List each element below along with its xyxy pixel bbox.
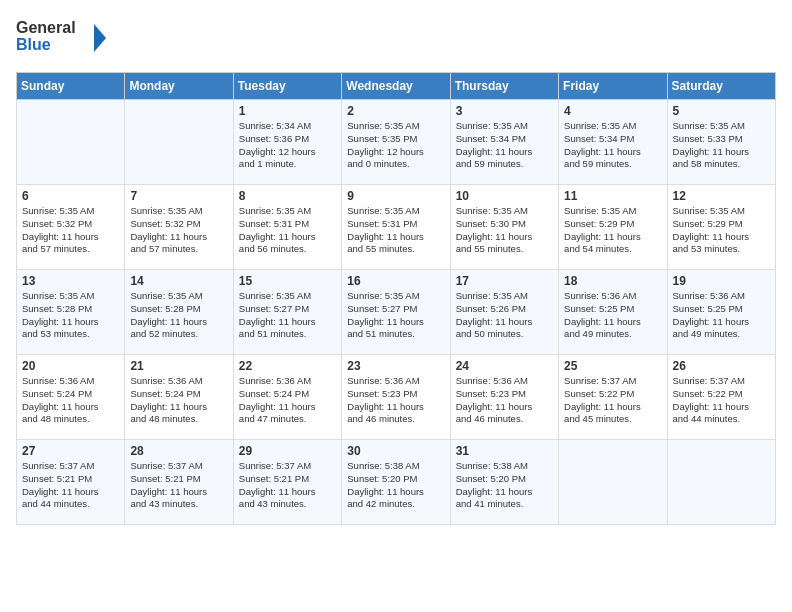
day-number: 14 — [130, 274, 227, 288]
day-number: 18 — [564, 274, 661, 288]
calendar-cell: 21Sunrise: 5:36 AM Sunset: 5:24 PM Dayli… — [125, 355, 233, 440]
cell-content: Sunrise: 5:37 AM Sunset: 5:22 PM Dayligh… — [564, 375, 661, 426]
day-number: 16 — [347, 274, 444, 288]
calendar-cell: 29Sunrise: 5:37 AM Sunset: 5:21 PM Dayli… — [233, 440, 341, 525]
cell-content: Sunrise: 5:35 AM Sunset: 5:34 PM Dayligh… — [564, 120, 661, 171]
day-number: 3 — [456, 104, 553, 118]
cell-content: Sunrise: 5:36 AM Sunset: 5:24 PM Dayligh… — [22, 375, 119, 426]
cell-content: Sunrise: 5:36 AM Sunset: 5:23 PM Dayligh… — [456, 375, 553, 426]
svg-text:Blue: Blue — [16, 36, 51, 53]
logo-svg: GeneralBlue — [16, 16, 126, 60]
day-number: 9 — [347, 189, 444, 203]
cell-content: Sunrise: 5:35 AM Sunset: 5:27 PM Dayligh… — [239, 290, 336, 341]
calendar-cell: 4Sunrise: 5:35 AM Sunset: 5:34 PM Daylig… — [559, 100, 667, 185]
calendar-cell: 8Sunrise: 5:35 AM Sunset: 5:31 PM Daylig… — [233, 185, 341, 270]
cell-content: Sunrise: 5:34 AM Sunset: 5:36 PM Dayligh… — [239, 120, 336, 171]
day-number: 7 — [130, 189, 227, 203]
cell-content: Sunrise: 5:35 AM Sunset: 5:27 PM Dayligh… — [347, 290, 444, 341]
cell-content: Sunrise: 5:35 AM Sunset: 5:30 PM Dayligh… — [456, 205, 553, 256]
calendar-cell — [17, 100, 125, 185]
calendar-cell: 16Sunrise: 5:35 AM Sunset: 5:27 PM Dayli… — [342, 270, 450, 355]
calendar-cell — [667, 440, 775, 525]
day-number: 13 — [22, 274, 119, 288]
calendar-cell: 23Sunrise: 5:36 AM Sunset: 5:23 PM Dayli… — [342, 355, 450, 440]
day-number: 31 — [456, 444, 553, 458]
calendar-cell — [125, 100, 233, 185]
col-header-sunday: Sunday — [17, 73, 125, 100]
cell-content: Sunrise: 5:35 AM Sunset: 5:33 PM Dayligh… — [673, 120, 770, 171]
cell-content: Sunrise: 5:37 AM Sunset: 5:21 PM Dayligh… — [22, 460, 119, 511]
calendar-cell: 27Sunrise: 5:37 AM Sunset: 5:21 PM Dayli… — [17, 440, 125, 525]
day-number: 20 — [22, 359, 119, 373]
col-header-friday: Friday — [559, 73, 667, 100]
calendar-cell: 3Sunrise: 5:35 AM Sunset: 5:34 PM Daylig… — [450, 100, 558, 185]
calendar-cell: 2Sunrise: 5:35 AM Sunset: 5:35 PM Daylig… — [342, 100, 450, 185]
calendar-cell: 24Sunrise: 5:36 AM Sunset: 5:23 PM Dayli… — [450, 355, 558, 440]
calendar-cell: 15Sunrise: 5:35 AM Sunset: 5:27 PM Dayli… — [233, 270, 341, 355]
cell-content: Sunrise: 5:35 AM Sunset: 5:34 PM Dayligh… — [456, 120, 553, 171]
day-number: 10 — [456, 189, 553, 203]
logo: GeneralBlue — [16, 16, 126, 60]
cell-content: Sunrise: 5:35 AM Sunset: 5:28 PM Dayligh… — [22, 290, 119, 341]
cell-content: Sunrise: 5:37 AM Sunset: 5:21 PM Dayligh… — [239, 460, 336, 511]
calendar-cell: 14Sunrise: 5:35 AM Sunset: 5:28 PM Dayli… — [125, 270, 233, 355]
day-number: 27 — [22, 444, 119, 458]
day-number: 28 — [130, 444, 227, 458]
day-number: 12 — [673, 189, 770, 203]
cell-content: Sunrise: 5:36 AM Sunset: 5:24 PM Dayligh… — [130, 375, 227, 426]
day-number: 29 — [239, 444, 336, 458]
calendar-cell — [559, 440, 667, 525]
day-number: 19 — [673, 274, 770, 288]
col-header-monday: Monday — [125, 73, 233, 100]
svg-marker-2 — [94, 24, 106, 52]
day-number: 1 — [239, 104, 336, 118]
cell-content: Sunrise: 5:35 AM Sunset: 5:35 PM Dayligh… — [347, 120, 444, 171]
calendar-cell: 30Sunrise: 5:38 AM Sunset: 5:20 PM Dayli… — [342, 440, 450, 525]
cell-content: Sunrise: 5:36 AM Sunset: 5:23 PM Dayligh… — [347, 375, 444, 426]
cell-content: Sunrise: 5:35 AM Sunset: 5:31 PM Dayligh… — [239, 205, 336, 256]
cell-content: Sunrise: 5:35 AM Sunset: 5:26 PM Dayligh… — [456, 290, 553, 341]
calendar-cell: 5Sunrise: 5:35 AM Sunset: 5:33 PM Daylig… — [667, 100, 775, 185]
calendar-cell: 6Sunrise: 5:35 AM Sunset: 5:32 PM Daylig… — [17, 185, 125, 270]
day-number: 30 — [347, 444, 444, 458]
calendar-cell: 13Sunrise: 5:35 AM Sunset: 5:28 PM Dayli… — [17, 270, 125, 355]
cell-content: Sunrise: 5:35 AM Sunset: 5:32 PM Dayligh… — [130, 205, 227, 256]
day-number: 8 — [239, 189, 336, 203]
cell-content: Sunrise: 5:38 AM Sunset: 5:20 PM Dayligh… — [347, 460, 444, 511]
calendar-cell: 12Sunrise: 5:35 AM Sunset: 5:29 PM Dayli… — [667, 185, 775, 270]
calendar-cell: 18Sunrise: 5:36 AM Sunset: 5:25 PM Dayli… — [559, 270, 667, 355]
day-number: 22 — [239, 359, 336, 373]
day-number: 5 — [673, 104, 770, 118]
day-number: 15 — [239, 274, 336, 288]
day-number: 26 — [673, 359, 770, 373]
col-header-thursday: Thursday — [450, 73, 558, 100]
cell-content: Sunrise: 5:35 AM Sunset: 5:28 PM Dayligh… — [130, 290, 227, 341]
cell-content: Sunrise: 5:36 AM Sunset: 5:25 PM Dayligh… — [673, 290, 770, 341]
cell-content: Sunrise: 5:36 AM Sunset: 5:24 PM Dayligh… — [239, 375, 336, 426]
col-header-saturday: Saturday — [667, 73, 775, 100]
cell-content: Sunrise: 5:35 AM Sunset: 5:32 PM Dayligh… — [22, 205, 119, 256]
col-header-wednesday: Wednesday — [342, 73, 450, 100]
cell-content: Sunrise: 5:35 AM Sunset: 5:29 PM Dayligh… — [673, 205, 770, 256]
day-number: 6 — [22, 189, 119, 203]
calendar-cell: 17Sunrise: 5:35 AM Sunset: 5:26 PM Dayli… — [450, 270, 558, 355]
calendar-cell: 11Sunrise: 5:35 AM Sunset: 5:29 PM Dayli… — [559, 185, 667, 270]
page-header: GeneralBlue — [16, 16, 776, 60]
calendar-cell: 7Sunrise: 5:35 AM Sunset: 5:32 PM Daylig… — [125, 185, 233, 270]
calendar-cell: 26Sunrise: 5:37 AM Sunset: 5:22 PM Dayli… — [667, 355, 775, 440]
cell-content: Sunrise: 5:37 AM Sunset: 5:22 PM Dayligh… — [673, 375, 770, 426]
calendar-cell: 1Sunrise: 5:34 AM Sunset: 5:36 PM Daylig… — [233, 100, 341, 185]
calendar-cell: 25Sunrise: 5:37 AM Sunset: 5:22 PM Dayli… — [559, 355, 667, 440]
calendar-table: SundayMondayTuesdayWednesdayThursdayFrid… — [16, 72, 776, 525]
calendar-cell: 10Sunrise: 5:35 AM Sunset: 5:30 PM Dayli… — [450, 185, 558, 270]
day-number: 17 — [456, 274, 553, 288]
day-number: 23 — [347, 359, 444, 373]
col-header-tuesday: Tuesday — [233, 73, 341, 100]
calendar-cell: 19Sunrise: 5:36 AM Sunset: 5:25 PM Dayli… — [667, 270, 775, 355]
day-number: 21 — [130, 359, 227, 373]
cell-content: Sunrise: 5:35 AM Sunset: 5:29 PM Dayligh… — [564, 205, 661, 256]
cell-content: Sunrise: 5:38 AM Sunset: 5:20 PM Dayligh… — [456, 460, 553, 511]
day-number: 11 — [564, 189, 661, 203]
day-number: 4 — [564, 104, 661, 118]
cell-content: Sunrise: 5:36 AM Sunset: 5:25 PM Dayligh… — [564, 290, 661, 341]
